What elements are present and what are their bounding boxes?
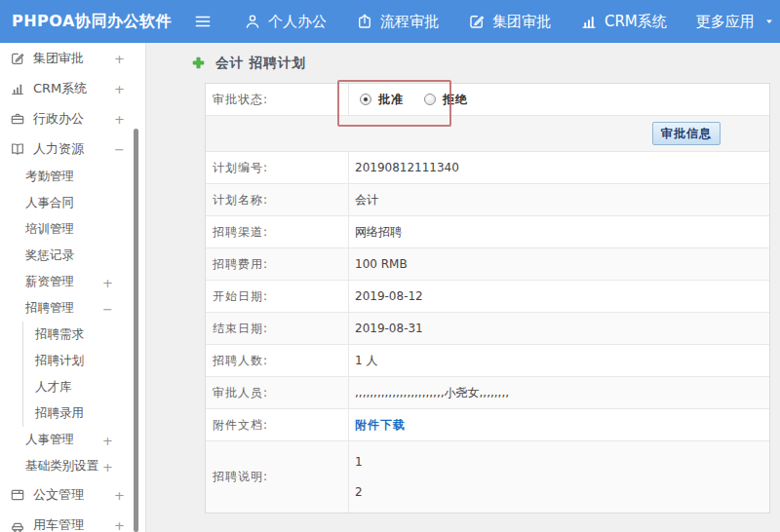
sidebar-item-label: 人才库 [35,379,72,396]
sidebar-item-label: 集团审批 [33,50,84,67]
nav-item-label: 集团审批 [492,13,551,31]
form-row-recruit-cost: 招聘费用:100 RMB [206,248,769,281]
field-value-plan-name: 会计 [349,184,769,215]
expand-icon[interactable]: + [102,275,113,289]
form-row-attachment: 附件文档:附件下载 [206,409,769,441]
form-row-approvers: 审批人员:,,,,,,,,,,,,,,,,,,,,,,,,小尧女,,,,,,,, [206,377,769,409]
field-label-plan-name: 计划名称: [206,184,349,215]
sidebar-item-document-mgmt[interactable]: 公文管理+ [0,479,145,510]
sidebar-item-admin-office[interactable]: 行政办公+ [0,103,145,133]
nav-item-process-approval[interactable]: 流程审批 [356,13,439,31]
field-value-recruit-channel: 网络招聘 [349,216,769,247]
collapse-icon[interactable]: − [102,301,113,316]
sidebar-scrollbar-thumb[interactable] [134,129,138,532]
expand-icon[interactable]: + [114,81,125,95]
nav-item-personal-office[interactable]: 个人办公 [244,13,327,31]
edit-icon [10,51,25,66]
field-label-end-date: 结束日期: [206,313,349,344]
expand-icon[interactable]: + [114,111,125,126]
page-title: 会计 招聘计划 [215,55,306,72]
sidebar-item-training-mgmt[interactable]: 培训管理 [0,216,145,243]
sidebar-item-vehicle-mgmt[interactable]: 用车管理+ [0,510,145,532]
sidebar-item-personnel-mgmt[interactable]: 人事管理+ [0,427,145,453]
sidebar-item-recruit-demand[interactable]: 招聘需求 [22,322,145,348]
form-row-recruit-channel: 招聘渠道:网络招聘 [206,216,769,248]
sidebar-item-talent-pool[interactable]: 人才库 [22,374,145,400]
sidebar-item-label: CRM系统 [33,80,87,97]
topbar: PHPOA协同办公软件 个人办公流程审批集团审批CRM系统更多应用 [0,0,780,43]
nav-item-more-apps[interactable]: 更多应用 [696,13,776,31]
expand-icon[interactable]: + [102,459,113,474]
collapse-icon[interactable]: − [114,141,125,156]
nav-item-group-approval[interactable]: 集团审批 [468,13,551,31]
form-row-recruit-description: 招聘说明:12 [206,441,769,513]
form-row-end-date: 结束日期:2019-08-31 [206,313,769,345]
sidebar-item-recruit-plan[interactable]: 招聘计划 [22,348,145,374]
expand-icon[interactable]: + [114,51,125,65]
sidebar: 集团审批+CRM系统+行政办公+人力资源−考勤管理人事合同培训管理奖惩记录薪资管… [0,43,146,532]
field-label-recruit-count: 招聘人数: [206,345,349,376]
sidebar-item-group-approval[interactable]: 集团审批+ [0,43,145,73]
nav-item-label: CRM系统 [604,13,667,31]
field-label-recruit-description: 招聘说明: [206,441,349,513]
field-value-end-date: 2019-08-31 [349,313,769,344]
radio-option-reject[interactable]: 拒绝 [424,92,468,108]
expand-icon[interactable]: + [114,517,125,532]
menu-icon[interactable] [193,12,213,31]
nav-item-label: 更多应用 [696,13,755,31]
field-label-start-date: 开始日期: [206,281,349,312]
sidebar-item-label: 培训管理 [25,221,74,238]
radio-approve-selected[interactable] [360,94,371,105]
radio-option-approve[interactable]: 批准 [360,92,404,108]
form-row-plan-name: 计划名称:会计 [206,184,769,216]
app-title: PHPOA协同办公软件 [12,12,172,32]
approval-info-button[interactable]: 审批信息 [652,122,721,145]
field-label-recruit-cost: 招聘费用: [206,248,349,280]
description-line: 2 [355,477,363,508]
sidebar-item-label: 招聘录用 [35,405,84,422]
form-row-approve-button: 审批信息 [206,116,769,152]
field-value-recruit-cost: 100 RMB [349,248,769,280]
sidebar-item-label: 行政办公 [33,110,84,128]
sidebar-item-label: 薪资管理 [25,274,74,290]
caret-down-icon [762,15,776,28]
sidebar-item-label: 公文管理 [33,486,84,504]
sidebar-item-attendance-mgmt[interactable]: 考勤管理 [0,164,145,190]
field-label-approval-status: 审批状态: [206,84,349,115]
sidebar-item-human-resources[interactable]: 人力资源− [0,133,145,164]
page-title-row: 会计 招聘计划 [146,43,780,83]
sidebar-item-salary-mgmt[interactable]: 薪资管理+ [0,269,145,295]
attachment-download-link[interactable]: 附件下载 [355,417,406,434]
field-value-approvers: ,,,,,,,,,,,,,,,,,,,,,,,,小尧女,,,,,,,, [349,377,769,408]
field-value-attachment: 附件下载 [349,409,769,440]
sidebar-item-recruit-mgmt[interactable]: 招聘管理− [0,295,145,322]
nav-item-crm-system[interactable]: CRM系统 [580,13,667,31]
edit-icon [468,13,486,30]
chart-icon [10,81,25,96]
sidebar-item-basic-category-settings[interactable]: 基础类别设置+ [0,453,145,479]
briefcase-icon [10,111,25,127]
form-row-plan-number: 计划编号:20190812111340 [206,152,769,184]
sidebar-item-reward-punishment[interactable]: 奖惩记录 [0,243,145,269]
sidebar-item-crm-system[interactable]: CRM系统+ [0,73,145,103]
sidebar-item-label: 人力资源 [33,140,84,158]
expand-icon[interactable]: + [102,433,113,447]
form-row-start-date: 开始日期:2019-08-12 [206,281,769,313]
main-content: 会计 招聘计划 审批状态:批准拒绝审批信息计划编号:20190812111340… [146,43,780,532]
user-icon [244,13,261,30]
detail-form-panel: 审批状态:批准拒绝审批信息计划编号:20190812111340计划名称:会计招… [205,83,770,513]
radio-reject[interactable] [424,94,436,105]
sidebar-item-personnel-contract[interactable]: 人事合同 [0,190,145,216]
sidebar-item-label: 人事管理 [25,432,74,448]
add-icon[interactable] [191,56,206,70]
sidebar-item-recruit-hiring[interactable]: 招聘录用 [22,400,145,427]
sidebar-item-label: 用车管理 [33,516,84,532]
nav-item-label: 个人办公 [268,13,327,31]
chart-icon [580,13,598,30]
expand-icon[interactable]: + [114,487,125,502]
field-value-start-date: 2019-08-12 [349,281,769,312]
description-line: 1 [355,447,363,477]
field-label-recruit-channel: 招聘渠道: [206,216,349,247]
form-row-approval-status: 审批状态:批准拒绝 [206,84,769,116]
doc-icon [10,487,25,503]
